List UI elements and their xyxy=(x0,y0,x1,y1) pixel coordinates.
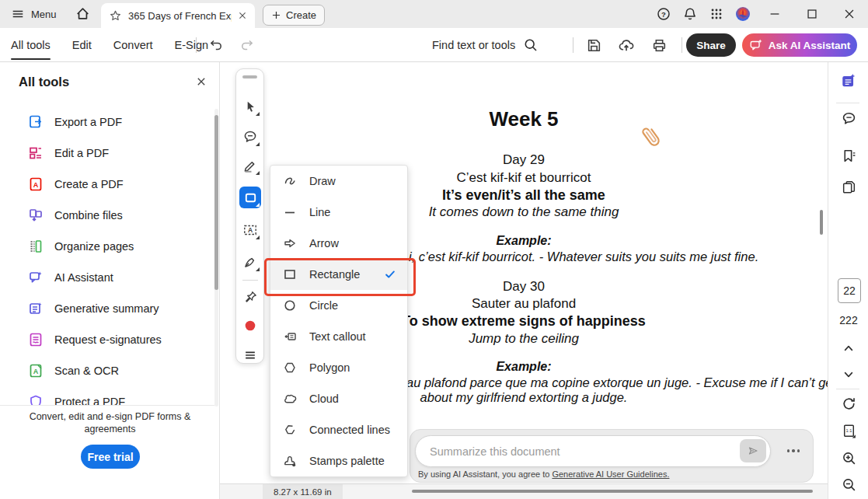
minimize-button[interactable] xyxy=(756,0,793,28)
document-tab-title: 365 Days of French Expr... xyxy=(128,10,232,22)
horizontal-scrollbar-thumb[interactable] xyxy=(412,490,813,493)
menu-item-label: Connected lines xyxy=(309,424,390,436)
page-thumbnails-panel-button[interactable] xyxy=(840,178,857,195)
ai-summarize-input[interactable] xyxy=(428,439,727,464)
find-text-or-tools[interactable]: Find text or tools xyxy=(432,28,539,62)
search-icon xyxy=(523,37,539,53)
menu-item-connected-lines[interactable]: Connected lines xyxy=(270,414,407,445)
ask-ai-assistant-button[interactable]: Ask AI Assistant xyxy=(742,33,857,57)
menu-item-text-callout[interactable]: Text callout xyxy=(270,321,407,352)
menu-item-stamps-palette[interactable]: Stamps palette xyxy=(270,445,407,476)
free-trial-button[interactable]: Free trial xyxy=(81,445,140,469)
toolbar-drag-handle[interactable] xyxy=(242,75,257,79)
comment-tool-button[interactable] xyxy=(239,126,261,148)
menu-item-draw[interactable]: Draw xyxy=(270,166,407,197)
tab-edit[interactable]: Edit xyxy=(72,28,92,62)
fit-page-zoom-options-button[interactable]: 1:1 xyxy=(840,422,857,439)
home-button[interactable] xyxy=(75,5,91,22)
right-tools-panel: 22 222 1:1 xyxy=(828,62,868,499)
fill-and-sign-tool-button[interactable] xyxy=(239,251,261,273)
shapes-dropdown-menu: Draw Line Arrow Rectangle Circle Tex xyxy=(270,165,408,477)
comments-panel-button[interactable] xyxy=(840,110,857,127)
footer-line2: agreements xyxy=(0,423,220,435)
text-callout-icon xyxy=(283,330,297,344)
tab-all-tools[interactable]: All tools xyxy=(11,28,51,62)
more-tools-button[interactable] xyxy=(239,344,261,366)
tab-convert[interactable]: Convert xyxy=(113,28,153,62)
zoom-in-button[interactable] xyxy=(840,449,857,466)
ai-send-button[interactable] xyxy=(740,439,766,462)
star-icon[interactable] xyxy=(109,9,122,23)
save-button[interactable] xyxy=(583,34,605,56)
document-canvas[interactable]: Week 5 Day 29 C’est kif-kif et bourricot… xyxy=(220,62,828,499)
redo-button[interactable] xyxy=(236,34,258,56)
share-button[interactable]: Share xyxy=(686,33,736,57)
rectangle-tool-button-selected[interactable] xyxy=(239,187,261,208)
maximize-button[interactable] xyxy=(793,0,831,28)
notifications-bell-button[interactable] xyxy=(677,0,703,28)
pin-tool-button[interactable] xyxy=(239,286,261,308)
ai-more-options-button[interactable] xyxy=(782,442,805,459)
plus-icon xyxy=(271,10,281,20)
next-page-chevron-down-button[interactable] xyxy=(840,366,857,383)
sidebar-item-ai-assistant[interactable]: AI Assistant xyxy=(0,262,214,293)
menu-item-cloud[interactable]: Cloud xyxy=(270,383,407,414)
sidebar-item-request-esignatures[interactable]: Request e-signatures xyxy=(0,324,214,355)
sidebar-footer-text: Convert, edit and e-sign PDF forms & agr… xyxy=(0,410,220,435)
current-page-input[interactable]: 22 xyxy=(838,278,861,303)
undo-button[interactable] xyxy=(205,34,227,56)
menu-item-polygon[interactable]: Polygon xyxy=(270,352,407,383)
rotate-page-button[interactable] xyxy=(840,395,857,412)
sidebar-item-combine-files[interactable]: Combine files xyxy=(0,200,214,231)
select-tool-button[interactable] xyxy=(239,96,261,117)
sidebar-item-create-pdf[interactable]: A Create a PDF xyxy=(0,169,214,200)
menu-item-label: Line xyxy=(309,206,330,218)
stamps-palette-icon xyxy=(283,454,297,468)
guidelines-link[interactable]: Generative AI User Guidelines. xyxy=(552,469,669,479)
vertical-scrollbar-thumb[interactable] xyxy=(820,210,823,235)
panel-close-icon[interactable] xyxy=(196,76,207,87)
ai-disclaimer-text: By using AI Assistant, you agree to Gene… xyxy=(418,469,669,479)
tab-close-icon[interactable] xyxy=(238,11,247,20)
hamburger-icon xyxy=(11,7,25,21)
draw-icon xyxy=(283,174,297,188)
menu-button[interactable]: Menu xyxy=(11,0,57,28)
menu-item-rectangle[interactable]: Rectangle xyxy=(270,259,407,290)
sidebar-item-generative-summary[interactable]: Generative summary xyxy=(0,293,214,324)
zoom-out-button[interactable] xyxy=(840,476,857,493)
find-label: Find text or tools xyxy=(432,39,515,51)
sidebar-item-edit-pdf[interactable]: Edit a PDF xyxy=(0,138,214,169)
menu-item-label: Cloud xyxy=(309,393,339,405)
menu-item-line[interactable]: Line xyxy=(270,197,407,228)
help-button[interactable]: ? xyxy=(650,0,677,28)
sidebar-item-protect-pdf[interactable]: Protect a PDF xyxy=(0,386,214,406)
tab-esign[interactable]: E-Sign xyxy=(175,28,209,62)
free-trial-label: Free trial xyxy=(87,451,133,463)
organize-pages-icon xyxy=(28,239,44,254)
document-tab[interactable]: 365 Days of French Expr... xyxy=(101,3,255,28)
polygon-icon xyxy=(283,361,297,375)
print-button[interactable] xyxy=(648,34,670,56)
sidebar-item-export-pdf[interactable]: Export a PDF xyxy=(0,106,214,138)
cloud-icon xyxy=(283,392,297,406)
close-window-button[interactable] xyxy=(831,0,868,28)
sidebar-item-organize-pages[interactable]: Organize pages xyxy=(0,231,214,262)
previous-page-chevron-up-button[interactable] xyxy=(840,340,857,357)
menu-item-arrow[interactable]: Arrow xyxy=(270,228,407,259)
sidebar-scrollbar-thumb[interactable] xyxy=(214,115,218,290)
toolbar-divider xyxy=(196,37,197,53)
ask-ai-label: Ask AI Assistant xyxy=(769,40,851,51)
upload-cloud-button[interactable] xyxy=(615,34,637,56)
app-logo-icon[interactable] xyxy=(730,0,756,28)
menu-item-circle[interactable]: Circle xyxy=(270,290,407,321)
apps-grid-button[interactable] xyxy=(703,0,730,28)
bookmarks-panel-button[interactable] xyxy=(840,147,857,164)
create-tab-button[interactable]: Create xyxy=(263,5,325,26)
record-dot-button[interactable] xyxy=(239,315,261,337)
panel-title: All tools xyxy=(19,75,69,89)
generative-summary-panel-button[interactable] xyxy=(840,72,857,89)
add-text-tool-button[interactable]: A xyxy=(239,219,261,241)
highlighter-tool-button[interactable] xyxy=(239,155,261,176)
menu-item-label: Arrow xyxy=(309,237,339,250)
sidebar-item-scan-ocr[interactable]: A Scan & OCR xyxy=(0,355,214,386)
